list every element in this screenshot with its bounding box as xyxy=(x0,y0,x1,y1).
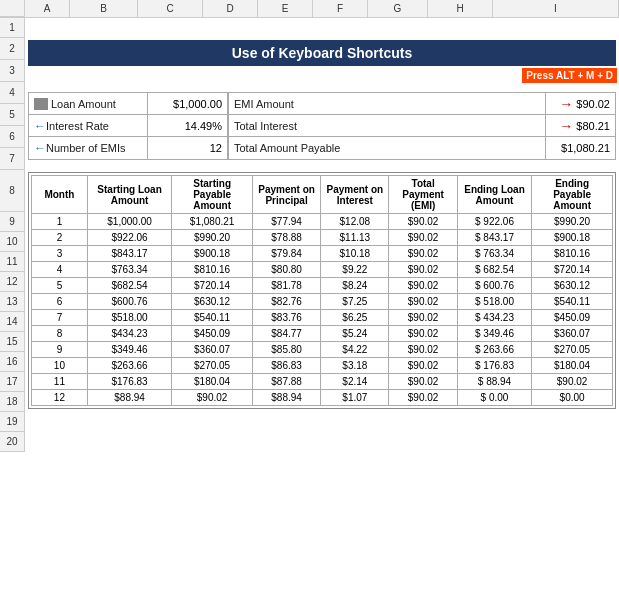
row-3[interactable]: 3 xyxy=(0,60,25,82)
outer-border: Month Starting Loan Amount Starting Paya… xyxy=(28,172,616,409)
total-row: Total Amount Payable $1,080.21 xyxy=(229,137,615,159)
cell-spa: $630.12 xyxy=(172,294,253,310)
loan-row: Loan Amount $1,000.00 xyxy=(29,93,227,115)
col-header-f[interactable]: F xyxy=(313,0,368,17)
cell-pi: $11.13 xyxy=(321,230,389,246)
cell-emi: $90.02 xyxy=(389,390,457,406)
col-header-c[interactable]: C xyxy=(138,0,203,17)
cell-sla: $263.66 xyxy=(87,358,171,374)
alt-badge: Press ALT + M + D xyxy=(522,68,617,83)
row-13[interactable]: 13 xyxy=(0,292,25,312)
interest-label: Total Interest xyxy=(229,115,545,136)
cell-pp: $80.80 xyxy=(252,262,320,278)
cell-spa: $810.16 xyxy=(172,262,253,278)
interest-row: Total Interest → $80.21 xyxy=(229,115,615,137)
table-row: 5$682.54$720.14$81.78$8.24$90.02$ 600.76… xyxy=(32,278,613,294)
cell-epa: $630.12 xyxy=(532,278,613,294)
cell-epa: $810.16 xyxy=(532,246,613,262)
row-5[interactable]: 5 xyxy=(0,104,25,126)
cell-sla: $763.34 xyxy=(87,262,171,278)
row-10[interactable]: 10 xyxy=(0,232,25,252)
row-19[interactable]: 19 xyxy=(0,412,25,432)
cell-ela: $ 682.54 xyxy=(457,262,531,278)
header-pi: Payment on Interest xyxy=(321,176,389,214)
row-4[interactable]: 4 xyxy=(0,82,25,104)
cell-pp: $88.94 xyxy=(252,390,320,406)
cell-emi: $90.02 xyxy=(389,278,457,294)
col-header-b[interactable]: B xyxy=(70,0,138,17)
row-headers: 1 2 3 4 5 6 7 8 9 10 11 12 13 14 15 16 1… xyxy=(0,18,25,452)
row-8[interactable]: 8 xyxy=(0,170,25,212)
cell-pi: $8.24 xyxy=(321,278,389,294)
cell-pp: $77.94 xyxy=(252,214,320,230)
spreadsheet-body: 1 2 3 4 5 6 7 8 9 10 11 12 13 14 15 16 1… xyxy=(0,18,619,452)
cell-spa: $270.05 xyxy=(172,358,253,374)
col-header-a[interactable]: A xyxy=(25,0,70,17)
row-2[interactable]: 2 xyxy=(0,38,25,60)
emi-label: EMI Amount xyxy=(229,93,545,114)
col-header-h[interactable]: H xyxy=(428,0,493,17)
cell-spa: $1,080.21 xyxy=(172,214,253,230)
cell-month: 2 xyxy=(32,230,88,246)
cell-ela: $ 763.34 xyxy=(457,246,531,262)
emis-value: 12 xyxy=(147,137,227,159)
loan-label: Loan Amount xyxy=(29,93,147,114)
table-row: 9$349.46$360.07$85.80$4.22$90.02$ 263.66… xyxy=(32,342,613,358)
rate-value: 14.49% xyxy=(147,115,227,136)
cell-epa: $180.04 xyxy=(532,358,613,374)
cell-epa: $90.02 xyxy=(532,374,613,390)
cell-pp: $87.88 xyxy=(252,374,320,390)
cell-emi: $90.02 xyxy=(389,374,457,390)
row-12[interactable]: 12 xyxy=(0,272,25,292)
cell-pi: $5.24 xyxy=(321,326,389,342)
table-row: 3$843.17$900.18$79.84$10.18$90.02$ 763.3… xyxy=(32,246,613,262)
table-row: 10$263.66$270.05$86.83$3.18$90.02$ 176.8… xyxy=(32,358,613,374)
cell-ela: $ 922.06 xyxy=(457,214,531,230)
cell-emi: $90.02 xyxy=(389,214,457,230)
header-spa: Starting Payable Amount xyxy=(172,176,253,214)
cell-sla: $600.76 xyxy=(87,294,171,310)
cell-month: 1 xyxy=(32,214,88,230)
col-header-i[interactable]: I xyxy=(493,0,619,17)
cell-pp: $82.76 xyxy=(252,294,320,310)
total-label: Total Amount Payable xyxy=(229,137,545,159)
cell-emi: $90.02 xyxy=(389,342,457,358)
header-ela: Ending Loan Amount xyxy=(457,176,531,214)
cell-emi: $90.02 xyxy=(389,230,457,246)
col-header-d[interactable]: D xyxy=(203,0,258,17)
row-7[interactable]: 7 xyxy=(0,148,25,170)
cell-pp: $84.77 xyxy=(252,326,320,342)
cell-sla: $88.94 xyxy=(87,390,171,406)
row-15[interactable]: 15 xyxy=(0,332,25,352)
cell-pi: $2.14 xyxy=(321,374,389,390)
cell-month: 4 xyxy=(32,262,88,278)
col-header-g[interactable]: G xyxy=(368,0,428,17)
table-row: 12$88.94$90.02$88.94$1.07$90.02$ 0.00$0.… xyxy=(32,390,613,406)
loan-value: $1,000.00 xyxy=(147,93,227,114)
row-1[interactable]: 1 xyxy=(0,18,25,38)
cell-sla: $843.17 xyxy=(87,246,171,262)
cell-ela: $ 518.00 xyxy=(457,294,531,310)
row-16[interactable]: 16 xyxy=(0,352,25,372)
cell-emi: $90.02 xyxy=(389,262,457,278)
amortization-table: Month Starting Loan Amount Starting Paya… xyxy=(31,175,613,406)
cell-ela: $ 600.76 xyxy=(457,278,531,294)
cell-epa: $270.05 xyxy=(532,342,613,358)
row-6[interactable]: 6 xyxy=(0,126,25,148)
col-header-e[interactable]: E xyxy=(258,0,313,17)
header-epa: Ending Payable Amount xyxy=(532,176,613,214)
header-emi: Total Payment (EMI) xyxy=(389,176,457,214)
cell-emi: $90.02 xyxy=(389,246,457,262)
row-11[interactable]: 11 xyxy=(0,252,25,272)
row-18[interactable]: 18 xyxy=(0,392,25,412)
row-17[interactable]: 17 xyxy=(0,372,25,392)
cell-pi: $9.22 xyxy=(321,262,389,278)
row-9[interactable]: 9 xyxy=(0,212,25,232)
row-20[interactable]: 20 xyxy=(0,432,25,452)
cell-epa: $450.09 xyxy=(532,310,613,326)
row-14[interactable]: 14 xyxy=(0,312,25,332)
cell-emi: $90.02 xyxy=(389,326,457,342)
col-header-row: A B C D E F G H I xyxy=(0,0,619,18)
cell-ela: $ 434.23 xyxy=(457,310,531,326)
cell-emi: $90.02 xyxy=(389,358,457,374)
